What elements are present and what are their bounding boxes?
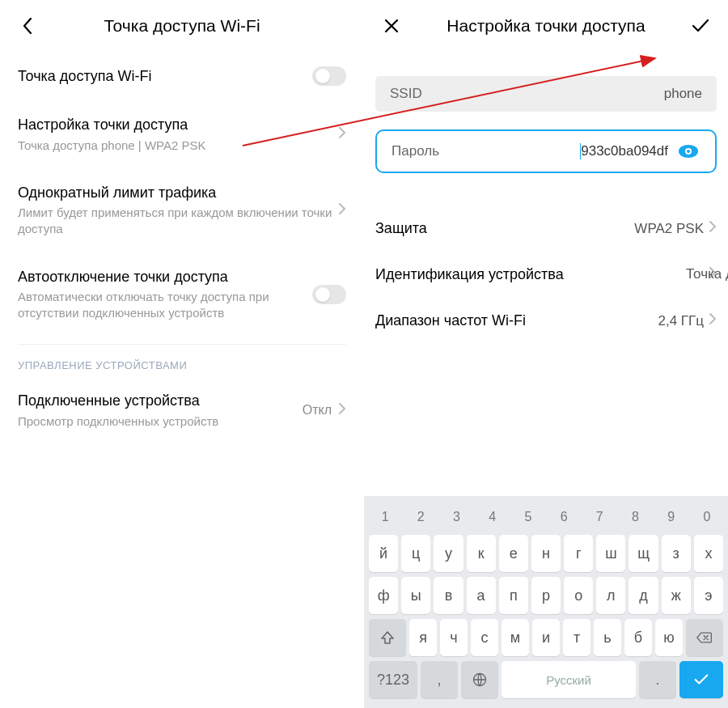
row-connected-devices[interactable]: Подключенные устройства Просмотр подключ… bbox=[18, 376, 346, 444]
key-и[interactable]: и bbox=[532, 619, 560, 656]
keyboard-row-2: фывапролджэ bbox=[369, 577, 723, 614]
key-т[interactable]: т bbox=[563, 619, 590, 656]
svg-point-2 bbox=[687, 150, 690, 153]
key-ш[interactable]: ш bbox=[596, 535, 625, 572]
back-button[interactable] bbox=[13, 11, 42, 40]
close-button[interactable] bbox=[377, 11, 406, 40]
row-label: Точка доступа Wi-Fi bbox=[18, 66, 312, 86]
key-г[interactable]: г bbox=[564, 535, 593, 572]
key-к[interactable]: к bbox=[467, 535, 496, 572]
row-value: Откл bbox=[303, 403, 332, 418]
row-sublabel: Точка доступа phone | WPA2 PSK bbox=[18, 138, 338, 154]
key-з[interactable]: з bbox=[662, 535, 691, 572]
row-label: Диапазон частот Wi-Fi bbox=[375, 312, 658, 329]
key-1[interactable]: 1 bbox=[369, 504, 401, 530]
key-ю[interactable]: ю bbox=[655, 619, 683, 656]
backspace-icon bbox=[696, 630, 713, 646]
key-comma[interactable]: , bbox=[421, 661, 458, 698]
key-enter[interactable] bbox=[679, 661, 723, 698]
key-в[interactable]: в bbox=[434, 577, 463, 614]
keyboard-row-bottom: ?123 , Русский . bbox=[369, 661, 723, 698]
key-м[interactable]: м bbox=[502, 619, 529, 656]
key-ж[interactable]: ж bbox=[662, 577, 691, 614]
key-х[interactable]: х bbox=[694, 535, 723, 572]
row-sublabel: Автоматически отключать точку доступа пр… bbox=[18, 289, 312, 322]
key-9[interactable]: 9 bbox=[655, 504, 688, 530]
field-label: Пароль bbox=[392, 143, 439, 159]
toggle-hotspot[interactable] bbox=[312, 66, 346, 86]
key-8[interactable]: 8 bbox=[619, 504, 651, 530]
chevron-right-icon bbox=[338, 202, 346, 218]
key-ф[interactable]: ф bbox=[369, 577, 398, 614]
toggle-auto-off[interactable] bbox=[312, 285, 346, 304]
key-н[interactable]: н bbox=[531, 535, 561, 572]
key-е[interactable]: е bbox=[499, 535, 528, 572]
key-ь[interactable]: ь bbox=[594, 619, 621, 656]
key-3[interactable]: 3 bbox=[440, 504, 472, 530]
row-auto-off[interactable]: Автоотключение точки доступа Автоматичес… bbox=[18, 252, 346, 337]
shift-icon bbox=[379, 630, 396, 646]
key-symbols[interactable]: ?123 bbox=[369, 661, 417, 698]
row-hotspot-toggle[interactable]: Точка доступа Wi-Fi bbox=[18, 52, 346, 100]
row-band[interactable]: Диапазон частот Wi-Fi 2,4 ГГц bbox=[375, 298, 717, 344]
page-title-right: Настройка точки доступа bbox=[406, 16, 686, 36]
key-л[interactable]: л bbox=[596, 577, 625, 614]
key-э[interactable]: э bbox=[694, 577, 723, 614]
row-value: WPA2 PSK bbox=[634, 221, 704, 237]
row-label: Подключенные устройства bbox=[18, 391, 303, 410]
row-security[interactable]: Защита WPA2 PSK bbox=[375, 206, 717, 252]
key-backspace[interactable] bbox=[686, 619, 723, 656]
key-period[interactable]: . bbox=[639, 661, 676, 698]
key-7[interactable]: 7 bbox=[583, 504, 616, 530]
key-ц[interactable]: ц bbox=[401, 535, 430, 572]
chevron-right-icon bbox=[338, 126, 346, 142]
keyboard-row-1: йцукенгшщзх bbox=[369, 535, 723, 572]
chevron-right-icon bbox=[709, 312, 717, 329]
key-language[interactable] bbox=[461, 661, 498, 698]
close-icon bbox=[384, 19, 399, 33]
key-2[interactable]: 2 bbox=[404, 504, 437, 530]
key-0[interactable]: 0 bbox=[691, 504, 723, 530]
eye-icon[interactable] bbox=[676, 141, 700, 162]
key-п[interactable]: п bbox=[499, 577, 528, 614]
key-я[interactable]: я bbox=[409, 619, 437, 656]
key-д[interactable]: д bbox=[629, 577, 658, 614]
key-щ[interactable]: щ bbox=[629, 535, 658, 572]
row-traffic-limit[interactable]: Однократный лимит трафика Лимит будет пр… bbox=[18, 168, 346, 252]
key-у[interactable]: у bbox=[434, 535, 463, 572]
row-value: 2,4 ГГц bbox=[658, 313, 704, 329]
key-space[interactable]: Русский bbox=[502, 661, 636, 698]
row-setup-hotspot[interactable]: Настройка точки доступа Точка доступа ph… bbox=[18, 100, 346, 168]
key-а[interactable]: а bbox=[467, 577, 496, 614]
key-с[interactable]: с bbox=[471, 619, 498, 656]
row-label: Однократный лимит трафика bbox=[18, 183, 338, 202]
row-label: Идентификация устройства Точка доступа bbox=[375, 266, 709, 283]
key-р[interactable]: р bbox=[531, 577, 561, 614]
check-icon bbox=[693, 672, 709, 688]
divider bbox=[18, 344, 346, 345]
ssid-value: phone bbox=[664, 86, 702, 102]
keyboard-num-row: 1234567890 bbox=[369, 504, 723, 530]
key-4[interactable]: 4 bbox=[476, 504, 509, 530]
chevron-right-icon bbox=[338, 402, 346, 418]
chevron-left-icon bbox=[22, 17, 33, 35]
keyboard[interactable]: 1234567890 йцукенгшщзх фывапролджэ ячсми… bbox=[364, 496, 728, 708]
key-б[interactable]: б bbox=[624, 619, 652, 656]
key-ч[interactable]: ч bbox=[440, 619, 468, 656]
key-5[interactable]: 5 bbox=[512, 504, 544, 530]
key-о[interactable]: о bbox=[564, 577, 593, 614]
key-shift[interactable] bbox=[369, 619, 406, 656]
key-6[interactable]: 6 bbox=[548, 504, 580, 530]
globe-icon bbox=[472, 672, 488, 688]
row-label: Автоотключение точки доступа bbox=[18, 267, 312, 286]
password-field[interactable]: Пароль 933c0ba094df bbox=[375, 129, 717, 173]
confirm-button[interactable] bbox=[686, 11, 715, 40]
key-ы[interactable]: ы bbox=[401, 577, 430, 614]
key-й[interactable]: й bbox=[369, 535, 398, 572]
ssid-field[interactable]: SSID phone bbox=[375, 76, 717, 112]
password-value: 933c0ba094df bbox=[580, 143, 668, 160]
row-label: Настройка точки доступа bbox=[18, 115, 338, 134]
row-identification[interactable]: Идентификация устройства Точка доступа bbox=[375, 252, 717, 298]
chevron-right-icon bbox=[709, 220, 717, 237]
row-label: Защита bbox=[375, 220, 634, 237]
